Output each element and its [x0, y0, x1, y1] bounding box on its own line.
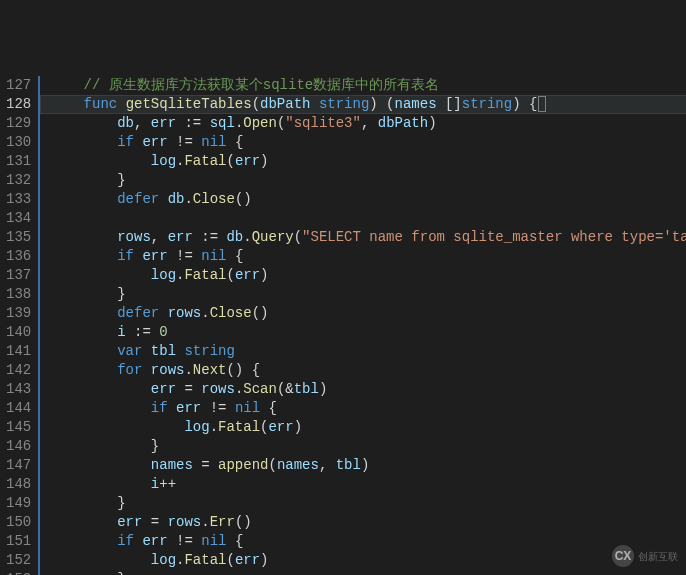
code-token	[310, 96, 318, 112]
code-token: }	[50, 286, 126, 302]
code-token: :=	[176, 115, 210, 131]
line-number: 135	[6, 228, 30, 247]
code-token: string	[462, 96, 512, 112]
code-token: () {	[226, 362, 260, 378]
line-number: 148	[6, 475, 30, 494]
line-number: 140	[6, 323, 30, 342]
code-token	[50, 514, 117, 530]
code-token: ,	[151, 229, 168, 245]
code-line[interactable]: }	[50, 285, 686, 304]
code-line[interactable]: log.Fatal(err)	[50, 266, 686, 285]
watermark: CX 创新互联	[612, 545, 678, 567]
code-area[interactable]: // 原生数据库方法获取某个sqlite数据库中的所有表名 func getSq…	[40, 76, 686, 575]
code-token: err	[168, 229, 193, 245]
code-token: err	[117, 514, 142, 530]
code-token: err	[235, 267, 260, 283]
code-line[interactable]	[50, 209, 686, 228]
code-token: Fatal	[184, 267, 226, 283]
code-token	[142, 343, 150, 359]
code-token: }	[50, 438, 159, 454]
code-token: dbPath	[378, 115, 428, 131]
code-token: func	[84, 96, 118, 112]
code-line[interactable]: i++	[50, 475, 686, 494]
code-line[interactable]: }	[50, 171, 686, 190]
code-token	[50, 343, 117, 359]
code-token: nil	[201, 533, 226, 549]
code-line[interactable]: if err != nil {	[50, 247, 686, 266]
code-line[interactable]: }	[50, 570, 686, 575]
code-token	[50, 533, 117, 549]
code-token: Close	[210, 305, 252, 321]
code-token: 0	[159, 324, 167, 340]
code-token: Err	[210, 514, 235, 530]
code-line[interactable]: err = rows.Err()	[50, 513, 686, 532]
line-number-gutter: 1271281291301311321331341351361371381391…	[0, 76, 40, 575]
code-line[interactable]: }	[50, 494, 686, 513]
line-number: 139	[6, 304, 30, 323]
code-token: if	[117, 248, 134, 264]
code-token: .	[184, 191, 192, 207]
code-token: i	[117, 324, 125, 340]
code-token: (	[226, 153, 234, 169]
code-line[interactable]: log.Fatal(err)	[50, 551, 686, 570]
code-token: )	[361, 457, 369, 473]
code-token	[50, 191, 117, 207]
line-number: 133	[6, 190, 30, 209]
code-line[interactable]: err = rows.Scan(&tbl)	[50, 380, 686, 399]
code-token: getSqliteTables	[126, 96, 252, 112]
code-line[interactable]: log.Fatal(err)	[50, 152, 686, 171]
code-line[interactable]: func getSqliteTables(dbPath string) (nam…	[40, 95, 686, 114]
code-token: ()	[235, 191, 252, 207]
code-token: !=	[168, 134, 202, 150]
code-token: sql	[210, 115, 235, 131]
code-token: if	[117, 533, 134, 549]
line-number: 127	[6, 76, 30, 95]
code-line[interactable]: if err != nil {	[50, 133, 686, 152]
code-token: rows	[168, 514, 202, 530]
code-line[interactable]: var tbl string	[50, 342, 686, 361]
code-line[interactable]: defer db.Close()	[50, 190, 686, 209]
code-line[interactable]: }	[50, 437, 686, 456]
code-editor[interactable]: 1271281291301311321331341351361371381391…	[0, 76, 686, 575]
code-token: string	[319, 96, 369, 112]
code-token: .	[184, 362, 192, 378]
code-line[interactable]: for rows.Next() {	[50, 361, 686, 380]
code-token: )	[294, 419, 302, 435]
code-token: names	[395, 96, 437, 112]
code-token: log	[151, 267, 176, 283]
code-token: )	[319, 381, 327, 397]
line-number: 134	[6, 209, 30, 228]
code-token: Scan	[243, 381, 277, 397]
line-number: 146	[6, 437, 30, 456]
code-token: )	[428, 115, 436, 131]
code-line[interactable]: if err != nil {	[50, 399, 686, 418]
code-token	[50, 362, 117, 378]
code-token	[142, 362, 150, 378]
code-token: )	[260, 153, 268, 169]
code-token: nil	[201, 248, 226, 264]
code-line[interactable]: names = append(names, tbl)	[50, 456, 686, 475]
code-token: Fatal	[184, 552, 226, 568]
code-token: }	[50, 172, 126, 188]
line-number: 136	[6, 247, 30, 266]
code-token: =	[142, 514, 167, 530]
code-line[interactable]: defer rows.Close()	[50, 304, 686, 323]
code-token: ) {	[512, 96, 537, 112]
code-line[interactable]: if err != nil {	[50, 532, 686, 551]
line-number: 129	[6, 114, 30, 133]
code-line[interactable]: log.Fatal(err)	[50, 418, 686, 437]
code-line[interactable]: i := 0	[50, 323, 686, 342]
line-number: 145	[6, 418, 30, 437]
code-token: .	[201, 305, 209, 321]
line-number: 142	[6, 361, 30, 380]
code-line[interactable]: // 原生数据库方法获取某个sqlite数据库中的所有表名	[50, 76, 686, 95]
cursor-icon	[538, 96, 546, 112]
code-line[interactable]: rows, err := db.Query("SELECT name from …	[50, 228, 686, 247]
code-token: i	[151, 476, 159, 492]
code-token: var	[117, 343, 142, 359]
code-token: log	[151, 153, 176, 169]
code-token: Fatal	[184, 153, 226, 169]
code-line[interactable]: db, err := sql.Open("sqlite3", dbPath)	[50, 114, 686, 133]
code-token: log	[151, 552, 176, 568]
code-token: err	[235, 552, 260, 568]
